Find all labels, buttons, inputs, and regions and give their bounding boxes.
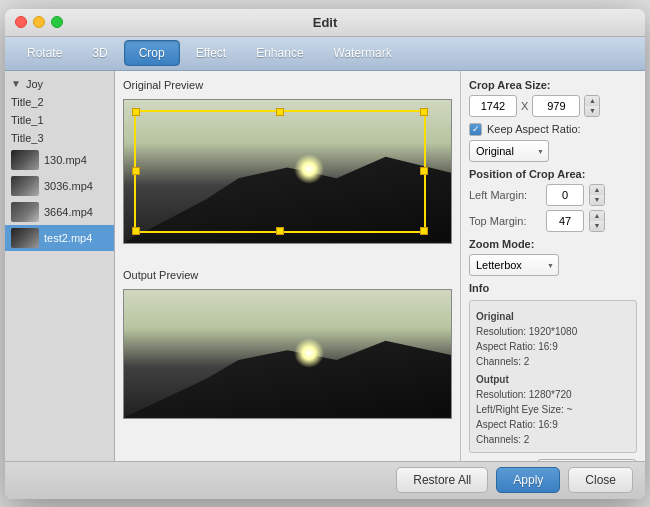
- keep-aspect-checkbox[interactable]: ✓: [469, 123, 482, 136]
- top-margin-stepper[interactable]: ▲ ▼: [589, 210, 605, 232]
- original-preview-section: Original Preview: [123, 79, 452, 263]
- content-area: ▼ Joy Title_2 Title_1 Title_3 130.mp4: [5, 71, 645, 461]
- right-panel: Crop Area Size: X ▲ ▼ ✓ Keep Aspect Rati…: [460, 71, 645, 461]
- top-step-down[interactable]: ▼: [590, 221, 604, 231]
- close-dialog-button[interactable]: Close: [568, 467, 633, 493]
- maximize-button[interactable]: [51, 16, 63, 28]
- info-original-title: Original: [476, 309, 630, 324]
- left-margin-input[interactable]: [546, 184, 584, 206]
- original-scene: [124, 100, 451, 243]
- left-margin-stepper[interactable]: ▲ ▼: [589, 184, 605, 206]
- thumb-test2mp4: [11, 228, 39, 248]
- original-preview-label: Original Preview: [123, 79, 452, 91]
- toolbar: Rotate 3D Crop Effect Enhance Watermark: [5, 37, 645, 71]
- info-output-eye-size: Left/Right Eye Size: ~: [476, 402, 630, 417]
- video-controls: ⏮ ▶ ⏸ ⏹ ⏭ 🔊 0: [124, 418, 451, 419]
- sidebar-item-3036mp4[interactable]: 3036.mp4: [5, 173, 114, 199]
- info-box: Original Resolution: 1920*1080 Aspect Ra…: [469, 300, 637, 453]
- aspect-select-wrapper: Original: [469, 140, 549, 162]
- tab-crop[interactable]: Crop: [124, 40, 180, 66]
- hand-silhouette: [124, 135, 451, 242]
- sidebar-item-label: test2.mp4: [44, 232, 92, 244]
- sidebar-item-label: Title_2: [11, 96, 44, 108]
- sidebar-item-3664mp4[interactable]: 3664.mp4: [5, 199, 114, 225]
- sidebar-item-label: Title_1: [11, 114, 44, 126]
- info-original-aspect: Aspect Ratio: 16:9: [476, 339, 630, 354]
- light-glow: [294, 154, 324, 184]
- window-title: Edit: [313, 15, 338, 30]
- aspect-ratio-section: ✓ Keep Aspect Ratio: Original: [469, 123, 637, 162]
- tab-3d[interactable]: 3D: [78, 40, 121, 66]
- sidebar-item-test2mp4[interactable]: test2.mp4: [5, 225, 114, 251]
- zoom-select[interactable]: Letterbox: [469, 254, 559, 276]
- info-original-resolution: Resolution: 1920*1080: [476, 324, 630, 339]
- tab-rotate[interactable]: Rotate: [13, 40, 76, 66]
- sidebar-item-label: 3036.mp4: [44, 180, 93, 192]
- crop-size-row: X ▲ ▼: [469, 95, 637, 117]
- sidebar-item-title2[interactable]: Title_2: [5, 93, 114, 111]
- crop-width-input[interactable]: [469, 95, 517, 117]
- thumb-image: [11, 202, 39, 222]
- left-margin-label: Left Margin:: [469, 189, 541, 201]
- keep-aspect-row: ✓ Keep Aspect Ratio:: [469, 123, 637, 136]
- output-preview-section: Output Preview ⏮ ▶ ⏸ ⏹ ⏭: [123, 269, 452, 453]
- bottom-bar: Restore All Apply Close: [5, 461, 645, 499]
- zoom-select-wrapper: Letterbox: [469, 254, 559, 276]
- thumb-3664mp4: [11, 202, 39, 222]
- thumb-image: [11, 150, 39, 170]
- info-output-aspect: Aspect Ratio: 16:9: [476, 417, 630, 432]
- left-margin-row: Left Margin: ▲ ▼: [469, 184, 637, 206]
- restore-all-button[interactable]: Restore All: [396, 467, 488, 493]
- minimize-button[interactable]: [33, 16, 45, 28]
- title-bar: Edit: [5, 9, 645, 37]
- crop-height-input[interactable]: [532, 95, 580, 117]
- output-preview-content: [124, 290, 451, 418]
- keep-aspect-label: Keep Aspect Ratio:: [487, 123, 581, 135]
- sidebar-item-130mp4[interactable]: 130.mp4: [5, 147, 114, 173]
- step-up-button[interactable]: ▲: [585, 96, 599, 106]
- info-output-resolution: Resolution: 1280*720: [476, 387, 630, 402]
- info-original-channels: Channels: 2: [476, 354, 630, 369]
- thumb-3036mp4: [11, 176, 39, 196]
- crop-position-section: Position of Crop Area: Left Margin: ▲ ▼ …: [469, 168, 637, 232]
- x-separator: X: [521, 100, 528, 112]
- aspect-select[interactable]: Original: [469, 140, 549, 162]
- tab-enhance[interactable]: Enhance: [242, 40, 317, 66]
- position-label: Position of Crop Area:: [469, 168, 637, 180]
- step-down-button[interactable]: ▼: [585, 106, 599, 116]
- thumb-image: [11, 176, 39, 196]
- thumb-130mp4: [11, 150, 39, 170]
- original-preview-content: [124, 100, 451, 243]
- sidebar: ▼ Joy Title_2 Title_1 Title_3 130.mp4: [5, 71, 115, 461]
- left-step-down[interactable]: ▼: [590, 195, 604, 205]
- light-glow-out: [294, 338, 324, 368]
- output-preview-box: ⏮ ▶ ⏸ ⏹ ⏭ 🔊 0: [123, 289, 452, 419]
- left-step-up[interactable]: ▲: [590, 185, 604, 195]
- crop-area-size-label: Crop Area Size:: [469, 79, 637, 91]
- output-preview-label: Output Preview: [123, 269, 452, 281]
- zoom-mode-label: Zoom Mode:: [469, 238, 637, 250]
- crop-size-section: Crop Area Size: X ▲ ▼: [469, 79, 637, 117]
- sidebar-item-title1[interactable]: Title_1: [5, 111, 114, 129]
- original-preview-box: [123, 99, 452, 244]
- sidebar-item-label: 130.mp4: [44, 154, 87, 166]
- info-output-channels: Channels: 2: [476, 432, 630, 447]
- tab-watermark[interactable]: Watermark: [320, 40, 406, 66]
- traffic-lights: [15, 16, 63, 28]
- top-margin-input[interactable]: [546, 210, 584, 232]
- close-button[interactable]: [15, 16, 27, 28]
- sidebar-item-title3[interactable]: Title_3: [5, 129, 114, 147]
- info-output-title: Output: [476, 372, 630, 387]
- apply-button[interactable]: Apply: [496, 467, 560, 493]
- top-margin-row: Top Margin: ▲ ▼: [469, 210, 637, 232]
- tab-effect[interactable]: Effect: [182, 40, 240, 66]
- main-window: Edit Rotate 3D Crop Effect Enhance Water…: [5, 9, 645, 499]
- output-scene: [124, 290, 451, 418]
- collapse-icon: ▼: [11, 78, 21, 89]
- height-stepper[interactable]: ▲ ▼: [584, 95, 600, 117]
- sidebar-group-header[interactable]: ▼ Joy: [5, 75, 114, 93]
- thumb-image: [11, 228, 39, 248]
- top-step-up[interactable]: ▲: [590, 211, 604, 221]
- main-preview-area: Original Preview: [115, 71, 460, 461]
- sidebar-item-label: 3664.mp4: [44, 206, 93, 218]
